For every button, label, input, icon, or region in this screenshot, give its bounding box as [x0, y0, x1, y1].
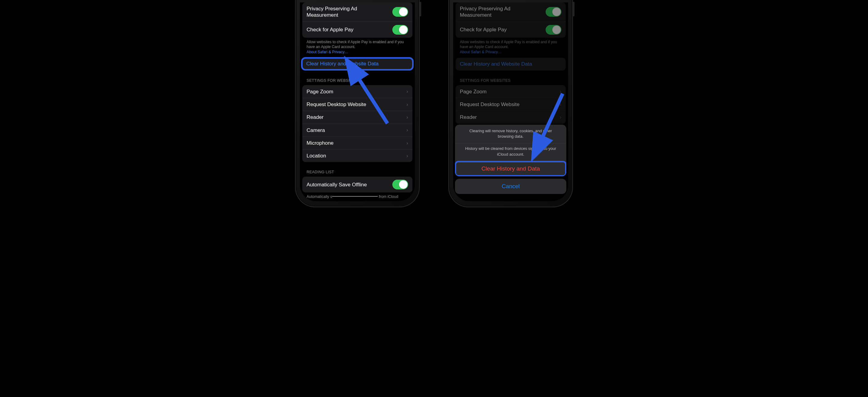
row-privacy-ad[interactable]: Privacy Preserving Ad Measurement: [302, 2, 412, 22]
chevron-right-icon: ›: [406, 153, 408, 159]
row-microphone[interactable]: Microphone›: [302, 136, 412, 149]
chevron-right-icon: ›: [406, 89, 408, 95]
clear-history-label: Clear History and Website Data: [306, 61, 379, 67]
clear-history-button-highlighted[interactable]: Clear History and Website Data: [301, 57, 414, 70]
row-auto-offline[interactable]: Automatically Save Offline: [302, 177, 412, 192]
row-label: Request Desktop Website: [307, 101, 369, 108]
auto-offline-label: Automatically Save Offline: [307, 181, 369, 188]
toggle-apple-pay[interactable]: [392, 25, 408, 35]
about-safari-link[interactable]: About Safari & Privacy…: [307, 50, 348, 54]
row-label: Reader: [307, 114, 326, 120]
row-reader[interactable]: Reader›: [302, 111, 412, 124]
sheet-msg-1: Clearing will remove history, cookies, a…: [455, 125, 566, 143]
cancel-button[interactable]: Cancel: [455, 179, 566, 194]
auto-offline-note: Automatically s from iCloud: [300, 192, 415, 199]
apple-pay-label: Check for Apple Pay: [307, 27, 356, 33]
screen-right: Privacy Preserving Ad Measurement Check …: [453, 2, 568, 201]
reading-list-group: Automatically Save Offline: [302, 177, 412, 192]
row-camera[interactable]: Camera›: [302, 124, 412, 136]
row-label: Location: [307, 153, 329, 159]
toggle-privacy-ad[interactable]: [392, 7, 408, 17]
row-label: Microphone: [307, 140, 336, 146]
row-label: Camera: [307, 127, 327, 133]
clear-action-label: Clear History and Data: [482, 165, 540, 172]
chevron-right-icon: ›: [406, 127, 408, 133]
row-request-desktop-website[interactable]: Request Desktop Website›: [302, 98, 412, 111]
row-page-zoom[interactable]: Page Zoom›: [302, 85, 412, 98]
privacy-group: Privacy Preserving Ad Measurement Check …: [302, 2, 412, 38]
row-location[interactable]: Location›: [302, 149, 412, 162]
row-apple-pay[interactable]: Check for Apple Pay: [302, 22, 412, 38]
note-suffix: from iCloud: [378, 195, 398, 199]
privacy-ad-label: Privacy Preserving Ad Measurement: [307, 5, 392, 19]
phone-left: Privacy Preserving Ad Measurement Check …: [295, 0, 420, 207]
action-sheet: Clearing will remove history, cookies, a…: [455, 125, 566, 176]
chevron-right-icon: ›: [406, 102, 408, 108]
websites-group: Page Zoom›Request Desktop Website›Reader…: [302, 85, 412, 162]
chevron-right-icon: ›: [406, 114, 408, 120]
screen-left: Privacy Preserving Ad Measurement Check …: [300, 2, 415, 201]
reading-list-header: READING LIST: [300, 162, 415, 177]
row-label: Page Zoom: [307, 89, 336, 95]
phone-right: Privacy Preserving Ad Measurement Check …: [448, 0, 573, 207]
apple-pay-note: Allow websites to check if Apple Pay is …: [300, 38, 415, 55]
sheet-msg-2: History will be cleared from devices sig…: [455, 143, 566, 161]
note-prefix: Automatically s: [307, 195, 332, 199]
clear-history-data-button[interactable]: Clear History and Data: [455, 161, 566, 176]
action-sheet-overlay: Clearing will remove history, cookies, a…: [453, 2, 568, 201]
chevron-right-icon: ›: [406, 140, 408, 146]
cancel-label: Cancel: [501, 183, 520, 189]
apple-pay-note-text: Allow websites to check if Apple Pay is …: [307, 40, 404, 49]
toggle-auto-offline[interactable]: [392, 180, 408, 189]
websites-header: SETTINGS FOR WEBSITES: [300, 70, 415, 85]
